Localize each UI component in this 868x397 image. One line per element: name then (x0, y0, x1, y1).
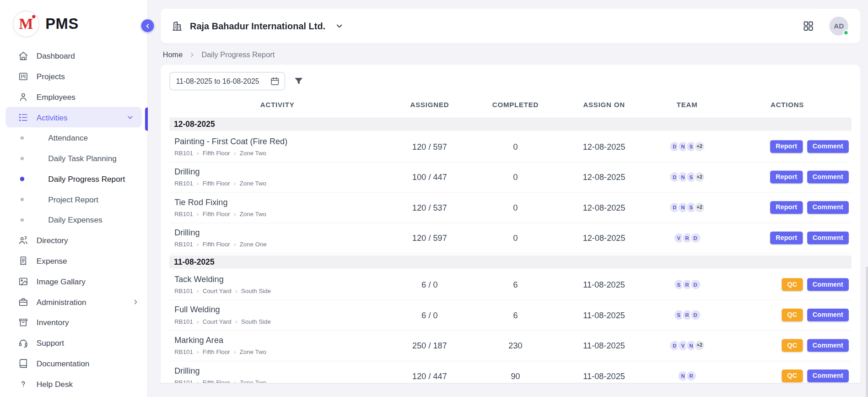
activity-location-path: RB101›Fifth Floor›Zone One (169, 241, 385, 248)
assign-on-date: 12-08-2025 (557, 202, 651, 212)
team-member-badge[interactable]: D (690, 309, 701, 321)
sidebar-item-administration[interactable]: Administration (0, 291, 147, 312)
path-segment: RB101 (174, 379, 193, 383)
sidebar-collapse-button[interactable] (141, 19, 154, 32)
app-window: M PMS Dashboard Projects Employees Activ… (0, 0, 868, 397)
comment-button[interactable]: Comment (807, 369, 849, 382)
sidebar-subitem-label: Daily Task Planning (48, 154, 117, 163)
expense-icon (18, 256, 28, 266)
comment-button[interactable]: Comment (807, 339, 849, 352)
sidebar-item-dashboard[interactable]: Dashboard (0, 45, 147, 66)
comment-button[interactable]: Comment (807, 231, 849, 244)
activity-cell: Tack Welding RB101›Court Yard›South Side (169, 274, 385, 294)
path-segment: Fifth Floor (203, 150, 230, 157)
table-row: Tie Rod Fixing RB101›Fifth Floor›Zone Tw… (169, 193, 852, 223)
activity-location-path: RB101›Fifth Floor›Zone Two (169, 211, 385, 218)
breadcrumb-home-link[interactable]: Home (163, 50, 183, 59)
sidebar-subitem-project-report[interactable]: Project Report (0, 189, 147, 210)
team-member-badge[interactable]: R (685, 370, 697, 381)
activity-title: Drilling (169, 167, 385, 176)
qc-button[interactable]: QC (782, 308, 803, 321)
table-row: Tack Welding RB101›Court Yard›South Side… (169, 270, 852, 300)
table-row: Full Welding RB101›Court Yard›South Side… (169, 300, 852, 331)
sidebar-item-directory[interactable]: Directory (0, 230, 147, 250)
sidebar: M PMS Dashboard Projects Employees Activ… (0, 0, 148, 397)
table-row: Drilling RB101›Fifth Floor›Zone Two 120 … (169, 361, 852, 383)
bullet-icon (21, 136, 24, 139)
qc-button[interactable]: QC (782, 339, 803, 352)
sidebar-subitem-daily-expenses[interactable]: Daily Expenses (0, 209, 147, 230)
sidebar-item-label: Image Gallary (37, 277, 86, 285)
qc-button[interactable]: QC (782, 278, 803, 291)
activity-location-path: RB101›Fifth Floor›Zone Two (169, 379, 385, 383)
assign-on-date: 11-08-2025 (557, 279, 651, 289)
comment-button[interactable]: Comment (807, 140, 849, 153)
path-segment: RB101 (174, 348, 193, 355)
team-extra-badge[interactable]: +2 (694, 141, 705, 152)
comment-button[interactable]: Comment (807, 308, 849, 321)
comment-button[interactable]: Comment (807, 201, 849, 214)
team-member-badge[interactable]: D (690, 232, 701, 243)
scrollbar[interactable] (866, 266, 868, 397)
completed-value: 0 (474, 202, 557, 212)
table-row: Drilling RB101›Fifth Floor›Zone Two 100 … (169, 163, 852, 193)
user-menu[interactable]: AD (830, 16, 848, 35)
calendar-icon[interactable] (270, 76, 280, 86)
report-button[interactable]: Report (770, 201, 803, 214)
column-header-assign-on: ASSIGN ON (557, 101, 651, 109)
sidebar-subitem-label: Daily Progress Report (48, 174, 125, 183)
path-segment: RB101 (174, 180, 193, 187)
sidebar-subitem-daily-progress-report[interactable]: Daily Progress Report (0, 169, 147, 189)
sidebar-item-documentation[interactable]: Documentation (0, 353, 147, 374)
help-desk-icon (18, 379, 28, 389)
path-separator-icon: › (234, 379, 236, 383)
report-button[interactable]: Report (770, 231, 803, 244)
brand-logo[interactable]: M PMS (0, 0, 147, 43)
sidebar-item-image-gallary[interactable]: Image Gallary (0, 271, 147, 292)
report-button[interactable]: Report (770, 140, 803, 153)
team-extra-badge[interactable]: +2 (694, 171, 705, 182)
activity-title: Painting - First Coat (Fire Red) (169, 136, 385, 146)
path-separator-icon: › (234, 211, 236, 217)
sidebar-subitem-attendance[interactable]: Attendance (0, 127, 147, 148)
comment-button[interactable]: Comment (807, 170, 849, 183)
path-separator-icon: › (234, 349, 236, 355)
sidebar-item-inventory[interactable]: Inventory (0, 312, 147, 332)
path-segment: RB101 (174, 211, 193, 218)
table-body: 12-08-2025 Painting - First Coat (Fire R… (169, 118, 852, 383)
sidebar-item-expense[interactable]: Expense (0, 250, 147, 271)
sidebar-item-employees[interactable]: Employees (0, 87, 147, 107)
activity-cell: Tie Rod Fixing RB101›Fifth Floor›Zone Tw… (169, 197, 385, 218)
projects-icon (18, 71, 28, 81)
sidebar-item-activities[interactable]: Activities (5, 107, 142, 128)
path-separator-icon: › (197, 241, 199, 247)
team-avatars: DNS+2 (651, 171, 723, 182)
completed-value: 6 (474, 310, 557, 320)
path-segment: RB101 (174, 318, 193, 325)
team-extra-badge[interactable]: +2 (694, 339, 705, 351)
apps-grid-icon[interactable] (803, 21, 814, 32)
table-row: Marking Area RB101›Fifth Floor›Zone Two … (169, 331, 852, 361)
path-segment: Court Yard (203, 318, 232, 325)
row-actions: ReportComment (723, 140, 852, 153)
table-row: Drilling RB101›Fifth Floor›Zone One 120 … (169, 223, 852, 254)
company-selector[interactable]: Raja Bahadur International Ltd. (172, 21, 344, 32)
sidebar-item-projects[interactable]: Projects (0, 66, 147, 87)
team-member-badge[interactable]: D (690, 278, 701, 290)
filter-icon[interactable] (293, 76, 304, 87)
report-button[interactable]: Report (770, 170, 803, 183)
path-segment: South Side (241, 318, 271, 325)
activity-location-path: RB101›Fifth Floor›Zone Two (169, 150, 385, 157)
sidebar-subitem-daily-task-planning[interactable]: Daily Task Planning (0, 148, 147, 169)
activity-title: Drilling (169, 228, 385, 237)
comment-button[interactable]: Comment (807, 278, 849, 291)
activity-title: Full Welding (169, 305, 385, 315)
path-segment: Fifth Floor (203, 211, 230, 218)
assigned-value: 6 / 0 (385, 279, 474, 289)
date-range-input[interactable]: 11-08-2025 to 16-08-2025 (169, 72, 285, 90)
team-extra-badge[interactable]: +2 (694, 201, 705, 213)
sidebar-item-support[interactable]: Support (0, 332, 147, 353)
qc-button[interactable]: QC (782, 369, 803, 382)
report-card: 11-08-2025 to 16-08-2025 ACTIVITY ASSIGN… (161, 65, 860, 383)
sidebar-item-help-desk[interactable]: Help Desk (0, 374, 147, 394)
